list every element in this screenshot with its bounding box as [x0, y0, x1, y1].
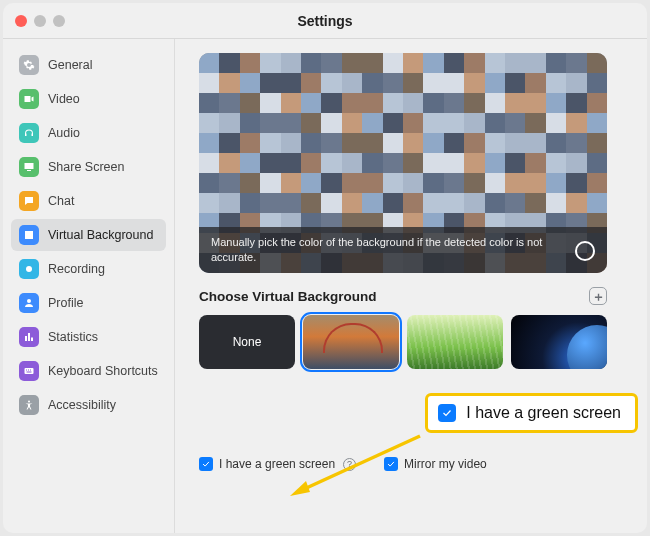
- sidebar-item-label: Recording: [48, 262, 105, 276]
- gear-icon: [19, 55, 39, 75]
- sidebar-item-label: Audio: [48, 126, 80, 140]
- window-title: Settings: [297, 13, 352, 29]
- sidebar-item-virtual-background[interactable]: Virtual Background: [11, 219, 166, 251]
- svg-rect-3: [26, 370, 27, 371]
- video-preview: Manually pick the color of the backgroun…: [199, 53, 607, 273]
- minimize-window-button[interactable]: [34, 15, 46, 27]
- options-row: I have a green screen ? Mirror my video: [199, 457, 629, 471]
- svg-rect-4: [28, 370, 29, 371]
- svg-rect-2: [25, 368, 34, 374]
- body: General Video Audio Share Screen Chat Vi…: [3, 39, 647, 533]
- checkbox-checked-icon: [438, 404, 456, 422]
- sidebar: General Video Audio Share Screen Chat Vi…: [3, 39, 175, 533]
- sidebar-item-accessibility[interactable]: Accessibility: [11, 389, 166, 421]
- sidebar-item-video[interactable]: Video: [11, 83, 166, 115]
- share-screen-icon: [19, 157, 39, 177]
- color-picker-button[interactable]: [575, 241, 595, 261]
- add-background-button[interactable]: ＋: [589, 287, 607, 305]
- background-thumbnails: None: [199, 315, 607, 369]
- profile-icon: [19, 293, 39, 313]
- checkbox-checked-icon: [199, 457, 213, 471]
- svg-rect-5: [30, 370, 31, 371]
- stats-icon: [19, 327, 39, 347]
- svg-rect-6: [27, 372, 32, 373]
- video-icon: [19, 89, 39, 109]
- svg-point-0: [26, 266, 32, 272]
- sidebar-item-general[interactable]: General: [11, 49, 166, 81]
- sidebar-item-audio[interactable]: Audio: [11, 117, 166, 149]
- sidebar-item-label: Profile: [48, 296, 83, 310]
- sidebar-item-label: Statistics: [48, 330, 98, 344]
- annotation-callout: I have a green screen: [425, 393, 638, 433]
- sidebar-item-statistics[interactable]: Statistics: [11, 321, 166, 353]
- main-panel: Manually pick the color of the backgroun…: [175, 39, 647, 533]
- mirror-video-option[interactable]: Mirror my video: [384, 457, 487, 471]
- green-screen-label: I have a green screen: [219, 457, 335, 471]
- sidebar-item-profile[interactable]: Profile: [11, 287, 166, 319]
- keyboard-icon: [19, 361, 39, 381]
- zoom-window-button[interactable]: [53, 15, 65, 27]
- chat-icon: [19, 191, 39, 211]
- svg-point-1: [27, 299, 31, 303]
- bg-option-space[interactable]: [511, 315, 607, 369]
- preview-caption: Manually pick the color of the backgroun…: [199, 227, 607, 273]
- green-screen-option[interactable]: I have a green screen ?: [199, 457, 356, 471]
- mirror-label: Mirror my video: [404, 457, 487, 471]
- traffic-lights: [15, 15, 65, 27]
- bg-option-none[interactable]: None: [199, 315, 295, 369]
- bg-option-grass[interactable]: [407, 315, 503, 369]
- virtual-bg-icon: [19, 225, 39, 245]
- section-title: Choose Virtual Background: [199, 289, 377, 304]
- record-icon: [19, 259, 39, 279]
- sidebar-item-label: General: [48, 58, 92, 72]
- section-header: Choose Virtual Background ＋: [199, 287, 607, 305]
- accessibility-icon: [19, 395, 39, 415]
- bg-option-bridge[interactable]: [303, 315, 399, 369]
- checkbox-checked-icon: [384, 457, 398, 471]
- titlebar: Settings: [3, 3, 647, 39]
- svg-point-7: [28, 401, 30, 403]
- headphones-icon: [19, 123, 39, 143]
- sidebar-item-label: Virtual Background: [48, 228, 153, 242]
- sidebar-item-chat[interactable]: Chat: [11, 185, 166, 217]
- info-icon[interactable]: ?: [343, 458, 356, 471]
- settings-window: Settings General Video Audio Share Scree…: [3, 3, 647, 533]
- sidebar-item-label: Share Screen: [48, 160, 124, 174]
- sidebar-item-recording[interactable]: Recording: [11, 253, 166, 285]
- sidebar-item-label: Accessibility: [48, 398, 116, 412]
- callout-label: I have a green screen: [466, 404, 621, 422]
- close-window-button[interactable]: [15, 15, 27, 27]
- sidebar-item-keyboard-shortcuts[interactable]: Keyboard Shortcuts: [11, 355, 166, 387]
- sidebar-item-label: Keyboard Shortcuts: [48, 364, 158, 378]
- sidebar-item-label: Video: [48, 92, 80, 106]
- bg-none-label: None: [233, 335, 262, 349]
- sidebar-item-label: Chat: [48, 194, 74, 208]
- sidebar-item-share-screen[interactable]: Share Screen: [11, 151, 166, 183]
